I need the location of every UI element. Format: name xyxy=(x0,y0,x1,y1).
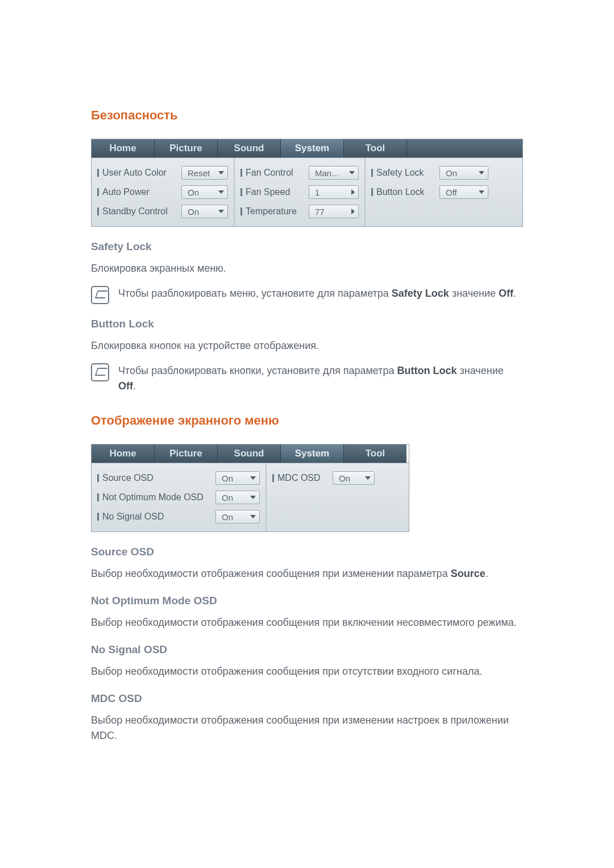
field-select[interactable]: Man... xyxy=(309,166,359,180)
button-lock-note: Чтобы разблокировать кнопки, установите … xyxy=(91,363,523,394)
osd-panel: HomePictureSoundSystemTool Source OSDOnN… xyxy=(91,444,409,532)
field-value: Off xyxy=(446,188,457,197)
panel-column: Fan ControlMan...Fan Speed1Temperature77 xyxy=(235,158,366,226)
field-value: On xyxy=(188,188,199,197)
tab-picture[interactable]: Picture xyxy=(155,139,218,157)
chevron-down-icon xyxy=(479,171,484,175)
chevron-down-icon xyxy=(250,496,256,499)
field-select[interactable]: On xyxy=(181,185,228,199)
source-osd-heading: Source OSD xyxy=(91,546,523,558)
not-optimum-heading: Not Optimum Mode OSD xyxy=(91,595,523,607)
source-osd-desc: Выбор необходимости отображения сообщени… xyxy=(91,566,523,581)
field-label: Fan Speed xyxy=(240,187,309,197)
field-select[interactable]: Reset xyxy=(181,166,228,180)
chevron-down-icon xyxy=(250,476,256,480)
panel-column: User Auto ColorResetAuto PowerOnStandby … xyxy=(92,158,235,226)
field-label: Auto Power xyxy=(97,187,181,197)
button-lock-note-text: Чтобы разблокировать кнопки, установите … xyxy=(118,363,523,394)
button-lock-desc: Блокировка кнопок на устройстве отображе… xyxy=(91,338,523,353)
tab-picture[interactable]: Picture xyxy=(155,445,218,463)
field-label: No Signal OSD xyxy=(97,512,215,522)
tab-tool[interactable]: Tool xyxy=(344,445,406,463)
field-select[interactable]: 1 xyxy=(309,185,359,199)
panel-row: User Auto ColorReset xyxy=(97,166,228,180)
no-signal-heading: No Signal OSD xyxy=(91,643,523,656)
field-value: Man... xyxy=(315,168,339,178)
panel-row: Button LockOff xyxy=(371,185,488,199)
tab-system[interactable]: System xyxy=(281,139,344,157)
not-optimum-desc: Выбор необходимости отображения сообщени… xyxy=(91,615,523,630)
panel-row: Standby ControlOn xyxy=(97,205,228,218)
safety-lock-note: Чтобы разблокировать меню, установите дл… xyxy=(91,286,523,304)
panel-column: MDC OSDOn xyxy=(267,463,380,531)
chevron-down-icon xyxy=(479,190,484,194)
field-label: Fan Control xyxy=(240,168,309,178)
panel-row: Fan ControlMan... xyxy=(240,166,359,180)
panel-row: Safety LockOn xyxy=(371,166,488,180)
field-value: 1 xyxy=(315,188,320,197)
tab-filler xyxy=(407,139,522,157)
field-value: On xyxy=(222,512,233,522)
field-value: 77 xyxy=(315,207,325,217)
safety-lock-note-text: Чтобы разблокировать меню, установите дл… xyxy=(118,286,516,301)
field-value: On xyxy=(446,168,457,178)
field-value: On xyxy=(222,493,233,502)
field-select[interactable]: On xyxy=(215,510,260,524)
panel-row: Not Optimum Mode OSDOn xyxy=(97,491,260,504)
panel-column: Source OSDOnNot Optimum Mode OSDOnNo Sig… xyxy=(92,463,267,531)
field-value: On xyxy=(188,207,199,217)
field-label: Safety Lock xyxy=(371,168,439,178)
osd-heading: Отображение экранного меню xyxy=(91,413,523,428)
tab-home[interactable]: Home xyxy=(92,445,155,463)
field-select[interactable]: On xyxy=(439,166,488,180)
chevron-right-icon xyxy=(351,189,355,195)
chevron-down-icon xyxy=(218,190,224,194)
field-select[interactable]: Off xyxy=(439,185,488,199)
tab-tool[interactable]: Tool xyxy=(344,139,407,157)
field-select[interactable]: On xyxy=(181,205,228,218)
panel-row: Temperature77 xyxy=(240,205,359,218)
field-label: User Auto Color xyxy=(97,168,181,178)
mdc-osd-desc: Выбор необходимости отображения сообщени… xyxy=(91,713,523,742)
mdc-osd-heading: MDC OSD xyxy=(91,692,523,705)
panel-row: Fan Speed1 xyxy=(240,185,359,199)
note-icon xyxy=(91,363,109,381)
panel-column: Safety LockOnButton LockOff xyxy=(366,158,494,226)
panel-row: Source OSDOn xyxy=(97,471,260,485)
chevron-down-icon xyxy=(250,515,256,518)
panel-row: Auto PowerOn xyxy=(97,185,228,199)
chevron-down-icon xyxy=(365,476,371,480)
chevron-down-icon xyxy=(349,171,355,175)
tab-home[interactable]: Home xyxy=(92,139,155,157)
field-select[interactable]: On xyxy=(333,471,375,485)
field-label: Standby Control xyxy=(97,206,181,217)
field-select[interactable]: On xyxy=(215,491,260,504)
chevron-right-icon xyxy=(351,209,355,214)
field-label: MDC OSD xyxy=(272,473,333,483)
chevron-down-icon xyxy=(218,210,224,213)
button-lock-heading: Button Lock xyxy=(91,318,523,330)
tab-sound[interactable]: Sound xyxy=(218,139,281,157)
security-panel: HomePictureSoundSystemTool User Auto Col… xyxy=(91,139,523,227)
no-signal-desc: Выбор необходимости отображения сообщени… xyxy=(91,664,523,679)
safety-lock-heading: Safety Lock xyxy=(91,240,523,253)
field-label: Button Lock xyxy=(371,187,439,197)
field-label: Not Optimum Mode OSD xyxy=(97,492,215,502)
field-value: On xyxy=(339,474,350,483)
panel-row: No Signal OSDOn xyxy=(97,510,260,524)
field-select[interactable]: 77 xyxy=(309,205,359,218)
tab-sound[interactable]: Sound xyxy=(218,445,281,463)
field-value: On xyxy=(222,474,233,483)
panel-row: MDC OSDOn xyxy=(272,471,375,485)
field-label: Source OSD xyxy=(97,473,215,483)
safety-lock-desc: Блокировка экранных меню. xyxy=(91,261,523,276)
field-select[interactable]: On xyxy=(215,471,260,485)
tab-system[interactable]: System xyxy=(281,445,344,463)
chevron-down-icon xyxy=(218,171,224,175)
field-label: Temperature xyxy=(240,206,309,217)
field-value: Reset xyxy=(188,168,210,178)
note-icon xyxy=(91,286,109,304)
security-heading: Безопасность xyxy=(91,108,523,123)
